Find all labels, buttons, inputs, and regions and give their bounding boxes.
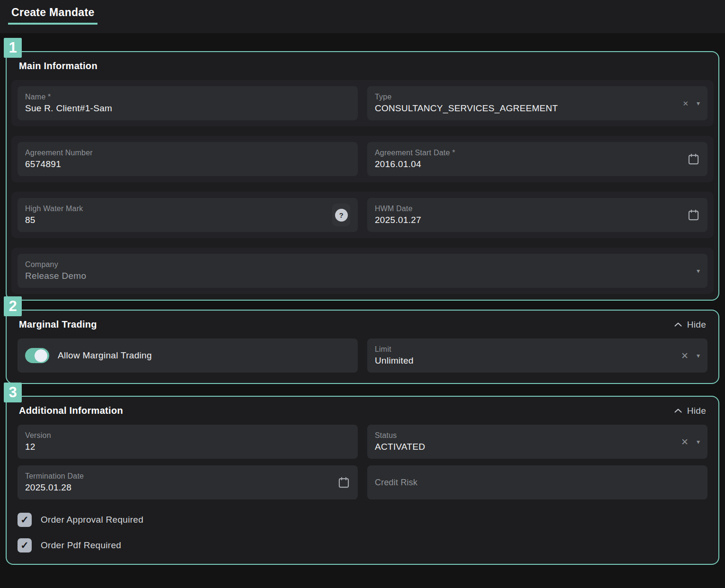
field-row: High Water Mark 85 ? HWM Date 2025.01.27 xyxy=(11,192,714,238)
field-controls xyxy=(687,153,700,166)
help-button[interactable]: ? xyxy=(332,204,350,226)
field-content: Name * Sue R. Client#1-Sam xyxy=(25,93,350,114)
type-value: CONSULTANCY_SERVICES_AGREEMENT xyxy=(375,103,676,114)
name-value: Sue R. Client#1-Sam xyxy=(25,103,350,114)
top-bar: Create Mandate xyxy=(0,0,725,33)
company-select[interactable]: Company Release Demo ▾ xyxy=(18,254,707,288)
calendar-icon[interactable] xyxy=(337,476,350,489)
agreement-start-date-picker[interactable]: Agreement Start Date * 2016.01.04 xyxy=(367,142,707,176)
allow-marginal-trading-row: Allow Marginal Trading xyxy=(18,339,358,373)
step-badge-1: 1 xyxy=(4,38,22,58)
page-title: Create Mandate xyxy=(8,0,97,25)
high-water-mark-value: 85 xyxy=(25,215,326,225)
status-select[interactable]: Status ACTIVATED ✕ ▾ xyxy=(367,425,707,459)
agreement-start-date-label: Agreement Start Date * xyxy=(375,149,681,157)
field-content: Version 12 xyxy=(25,431,350,452)
field-row: Allow Marginal Trading Limit Unlimited ✕… xyxy=(18,339,707,373)
checkbox-checked-icon: ✓ xyxy=(18,513,32,527)
field-content: Type CONSULTANCY_SERVICES_AGREEMENT xyxy=(375,93,676,114)
credit-risk-label: Credit Risk xyxy=(375,478,700,488)
order-approval-required-checkbox[interactable]: ✓ Order Approval Required xyxy=(18,513,707,527)
credit-risk-input[interactable]: Credit Risk xyxy=(367,465,707,499)
field-row: Company Release Demo ▾ xyxy=(11,248,714,294)
clear-icon[interactable]: ✕ xyxy=(681,437,689,446)
field-content: Company Release Demo xyxy=(25,260,690,281)
calendar-icon[interactable] xyxy=(687,209,700,222)
calendar-icon[interactable] xyxy=(687,153,700,166)
field-controls xyxy=(337,476,350,489)
company-label: Company xyxy=(25,260,690,269)
version-label: Version xyxy=(25,431,350,440)
help-icon: ? xyxy=(335,209,348,222)
caret-down-icon[interactable]: ▾ xyxy=(697,100,700,107)
agreement-number-value: 6574891 xyxy=(25,159,350,169)
order-pdf-required-label: Order Pdf Required xyxy=(41,540,121,551)
hide-section-button[interactable]: Hide xyxy=(674,406,706,416)
status-label: Status xyxy=(375,431,674,440)
status-value: ACTIVATED xyxy=(375,442,674,452)
name-input[interactable]: Name * Sue R. Client#1-Sam xyxy=(18,86,358,120)
create-mandate-form: 1 Main Information Name * Sue R. Client#… xyxy=(0,51,725,565)
field-row: Name * Sue R. Client#1-Sam Type CONSULTA… xyxy=(11,80,714,126)
section-header: Main Information xyxy=(19,61,706,71)
termination-date-picker[interactable]: Termination Date 2025.01.28 xyxy=(18,465,358,499)
company-value: Release Demo xyxy=(25,271,690,281)
limit-label: Limit xyxy=(375,345,674,354)
agreement-number-input[interactable]: Agreement Number 6574891 xyxy=(18,142,358,176)
type-select[interactable]: Type CONSULTANCY_SERVICES_AGREEMENT ✕ ▾ xyxy=(367,86,707,120)
order-approval-required-label: Order Approval Required xyxy=(41,515,143,525)
hwm-date-value: 2025.01.27 xyxy=(375,215,681,225)
field-content: Credit Risk xyxy=(375,478,700,488)
termination-date-label: Termination Date xyxy=(25,472,331,481)
hide-section-button[interactable]: Hide xyxy=(674,320,706,330)
agreement-number-label: Agreement Number xyxy=(25,149,350,157)
version-value: 12 xyxy=(25,442,350,452)
field-controls: ✕ ▾ xyxy=(682,100,700,107)
field-row: Termination Date 2025.01.28 Credit Risk xyxy=(18,465,707,499)
limit-select[interactable]: Limit Unlimited ✕ ▾ xyxy=(367,339,707,373)
field-controls xyxy=(687,209,700,222)
section-title-marginal-trading: Marginal Trading xyxy=(19,319,97,330)
order-pdf-required-checkbox[interactable]: ✓ Order Pdf Required xyxy=(18,538,707,552)
checkbox-checked-icon: ✓ xyxy=(18,538,32,552)
version-input[interactable]: Version 12 xyxy=(18,425,358,459)
clear-icon[interactable]: ✕ xyxy=(681,351,689,360)
high-water-mark-input[interactable]: High Water Mark 85 ? xyxy=(18,198,358,232)
field-content: Limit Unlimited xyxy=(375,345,674,366)
field-content: Agreement Start Date * 2016.01.04 xyxy=(375,149,681,169)
additional-information-rows: Version 12 Status ACTIVATED ✕ ▾ xyxy=(11,425,714,499)
field-content: Agreement Number 6574891 xyxy=(25,149,350,169)
step-badge-3: 3 xyxy=(4,383,22,402)
hwm-date-picker[interactable]: HWM Date 2025.01.27 xyxy=(367,198,707,232)
field-controls: ✕ ▾ xyxy=(681,351,700,360)
high-water-mark-label: High Water Mark xyxy=(25,205,326,213)
section-additional-information: 3 Additional Information Hide Version 12… xyxy=(6,396,719,565)
caret-down-icon[interactable]: ▾ xyxy=(697,352,700,359)
hide-label: Hide xyxy=(687,320,706,330)
section-header: Additional Information Hide xyxy=(19,405,706,416)
field-content: High Water Mark 85 xyxy=(25,205,326,225)
field-controls: ▾ xyxy=(697,267,700,274)
agreement-start-date-value: 2016.01.04 xyxy=(375,159,681,169)
chevron-up-icon xyxy=(674,409,682,413)
type-label: Type xyxy=(375,93,676,101)
hwm-date-label: HWM Date xyxy=(375,205,681,213)
field-row: Version 12 Status ACTIVATED ✕ ▾ xyxy=(18,425,707,459)
caret-down-icon[interactable]: ▾ xyxy=(697,267,700,274)
section-title-additional-information: Additional Information xyxy=(19,405,123,416)
allow-marginal-trading-toggle[interactable] xyxy=(25,348,49,363)
termination-date-value: 2025.01.28 xyxy=(25,482,331,493)
field-row: Agreement Number 6574891 Agreement Start… xyxy=(11,136,714,182)
section-title-main-information: Main Information xyxy=(19,61,97,71)
caret-down-icon[interactable]: ▾ xyxy=(697,438,700,445)
main-information-rows: Name * Sue R. Client#1-Sam Type CONSULTA… xyxy=(11,80,714,294)
allow-marginal-trading-label: Allow Marginal Trading xyxy=(58,350,152,361)
section-marginal-trading: 2 Marginal Trading Hide Allow Marginal T… xyxy=(6,310,719,384)
field-content: HWM Date 2025.01.27 xyxy=(375,205,681,225)
clear-icon[interactable]: ✕ xyxy=(682,100,689,107)
name-label: Name * xyxy=(25,93,350,101)
limit-value: Unlimited xyxy=(375,356,674,366)
field-content: Termination Date 2025.01.28 xyxy=(25,472,331,493)
field-content: Status ACTIVATED xyxy=(375,431,674,452)
checkbox-group: ✓ Order Approval Required ✓ Order Pdf Re… xyxy=(18,513,707,552)
